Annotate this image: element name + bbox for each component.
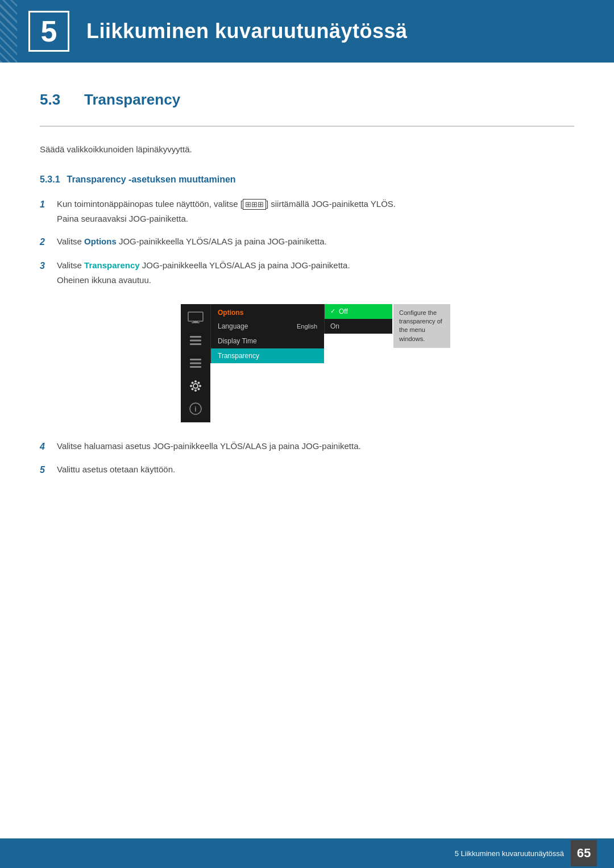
list-item: 3 Valitse Transparency JOG-painikkeella … [40,259,574,287]
section-number: 5.3 [40,91,74,109]
osd-wrapper: i Options Language English Display Time … [181,304,450,422]
svg-point-13 [199,385,201,387]
step-number-5: 5 [40,463,57,477]
options-highlight: Options [84,236,117,246]
svg-rect-1 [193,321,198,322]
gear-icon [186,378,205,394]
footer-chapter-text: 5 Liikkuminen kuvaruutunäytössä [455,849,564,858]
svg-point-11 [194,389,197,392]
svg-point-15 [198,388,200,390]
displaytime-label: Display Time [218,337,257,345]
svg-rect-2 [192,322,200,323]
subsection-number: 5.3.1 [40,175,60,185]
main-content: 5.3 Transparency Säädä valikkoikkunoiden… [0,63,614,543]
osd-menu-item-transparency: Transparency [211,348,324,363]
info-icon: i [186,401,205,417]
footer-page-number: 65 [577,846,591,861]
osd-submenu-item-off: ✓ Off [325,304,392,319]
osd-menu-item-language: Language English [211,319,324,334]
subsection-heading: 5.3.1 Transparency -asetuksen muuttamine… [40,175,574,185]
osd-menu-title: Options [211,304,324,319]
monitor-icon [186,310,205,326]
menu-icon [186,355,205,371]
step-text-3: Valitse Transparency JOG-painikkeella YL… [57,259,574,287]
on-label: On [330,322,339,330]
page-footer: 5 Liikkuminen kuvaruutunäytössä 65 [0,838,614,868]
list-item: 4 Valitse haluamasi asetus JOG-painikkee… [40,439,574,454]
list-item: 2 Valitse Options JOG-painikkeella YLÖS/… [40,235,574,250]
svg-rect-8 [190,366,201,368]
transparency-highlight: Transparency [84,260,140,270]
step-subtext-3: Oheinen ikkuna avautuu. [57,273,574,287]
section-heading: 5.3 Transparency [40,91,574,109]
transparency-label: Transparency [218,352,259,360]
svg-point-9 [193,384,198,388]
svg-rect-5 [190,343,201,345]
osd-sidebar: i [181,304,210,422]
svg-point-16 [192,388,194,390]
chapter-header: 5 Liikkuminen kuvaruutunäytössä [0,0,614,63]
step-text-2: Valitse Options JOG-painikkeella YLÖS/AL… [57,235,574,248]
svg-rect-0 [188,312,203,321]
step-text-4: Valitse haluamasi asetus JOG-painikkeell… [57,439,574,453]
step-number-1: 1 [40,197,57,212]
subsection-title: Transparency -asetuksen muuttaminen [67,175,236,185]
step-text-5: Valittu asetus otetaan käyttöön. [57,463,574,476]
step-text-1: Kun toimintonäppäinopas tulee näyttöön, … [57,197,574,226]
checkmark-icon: ✓ [330,308,335,315]
svg-point-12 [190,385,192,387]
header-stripes [0,0,17,63]
svg-point-14 [192,381,194,384]
osd-tooltip: Configure the transparency of the menu w… [393,304,450,348]
osd-submenu-item-on: On [325,319,392,334]
osd-menu-item-displaytime: Display Time [211,334,324,348]
off-label: Off [339,308,348,315]
svg-point-17 [198,381,200,384]
list-item: 5 Valittu asetus otetaan käyttöön. [40,463,574,477]
svg-rect-4 [190,339,201,341]
list-item: 1 Kun toimintonäppäinopas tulee näyttöön… [40,197,574,226]
step-subtext-1: Paina seuraavaksi JOG-painiketta. [57,212,574,226]
svg-rect-3 [190,336,201,338]
svg-rect-7 [190,362,201,364]
diagram-container: i Options Language English Display Time … [57,304,574,422]
chapter-title: Liikkuminen kuvaruutunäytössä [86,19,408,43]
svg-text:i: i [194,405,196,413]
section-title: Transparency [84,91,180,109]
language-label: Language [218,322,248,330]
steps-list: 1 Kun toimintonäppäinopas tulee näyttöön… [40,197,574,287]
step-number-3: 3 [40,259,57,273]
chapter-number: 5 [41,16,57,46]
step-number-4: 4 [40,439,57,454]
svg-rect-6 [190,359,201,360]
section-description: Säädä valikkoikkunoiden läpinäkyvyyttä. [40,143,574,156]
language-value: English [297,323,317,330]
section-divider [40,126,574,127]
step-number-2: 2 [40,235,57,250]
osd-menu: Options Language English Display Time Tr… [210,304,324,363]
svg-point-10 [194,380,197,383]
footer-page-number-box: 65 [571,840,597,866]
steps-list-2: 4 Valitse haluamasi asetus JOG-painikkee… [40,439,574,477]
settings-icon [186,333,205,348]
chapter-number-box: 5 [28,11,69,52]
osd-submenu: ✓ Off On [324,304,392,334]
